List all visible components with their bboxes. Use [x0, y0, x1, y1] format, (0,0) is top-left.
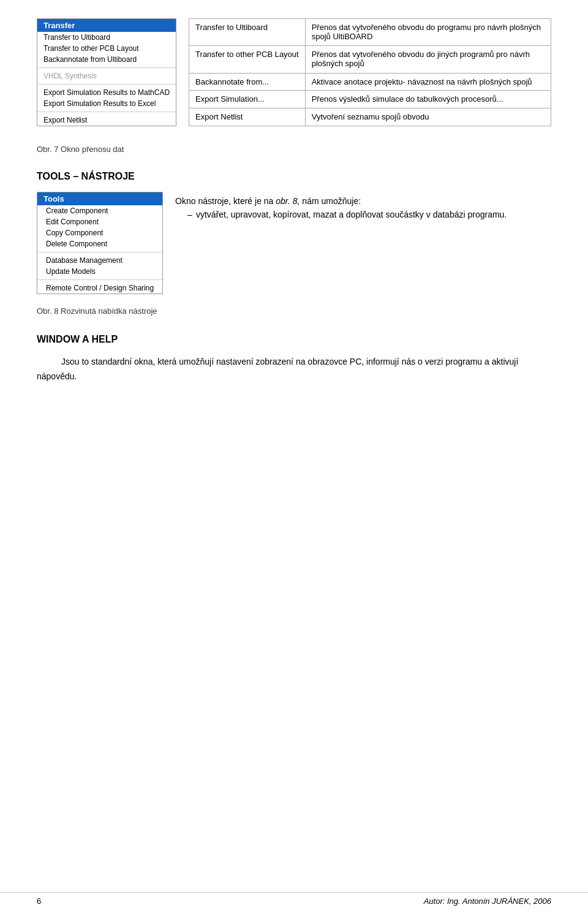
desc-1: Přenos dat vytvořeného obvodu do program…	[305, 19, 551, 46]
tools-item-edit[interactable]: Edit Component	[37, 216, 162, 227]
tools-desc-ref: obr. 8,	[276, 196, 300, 206]
tools-heading: TOOLS – NÁSTROJE	[37, 171, 551, 182]
window-help-section: WINDOW A HELP Jsou to standardní okna, k…	[37, 334, 551, 384]
transfer-divider-1	[37, 67, 176, 68]
term-4: Export Simulation...	[189, 91, 306, 108]
term-3: Backannotate from...	[189, 73, 306, 91]
page-footer: 6 Autor: Ing. Antonín JURÁNEK, 2006	[0, 892, 588, 906]
tools-item-remote[interactable]: Remote Control / Design Sharing	[37, 283, 162, 294]
tools-item-copy[interactable]: Copy Component	[37, 227, 162, 238]
tools-dash-list: vytvářet, upravovat, kopírovat, mazat a …	[187, 208, 551, 221]
desc-3: Aktivace anotace projektu- návaznost na …	[305, 73, 551, 91]
desc-5: Vytvoření seznamu spojů obvodu	[305, 108, 551, 126]
transfer-menu-header: Transfer	[37, 19, 176, 32]
transfer-caption: Obr. 7 Okno přenosu dat	[37, 145, 551, 154]
table-row: Backannotate from... Aktivace anotace pr…	[189, 73, 551, 91]
transfer-item-mathcad[interactable]: Export Simulation Results to MathCAD	[37, 87, 176, 98]
term-1: Transfer to Ultiboard	[189, 19, 306, 46]
table-row: Export Simulation... Přenos výsledků sim…	[189, 91, 551, 108]
tools-dash-item-1: vytvářet, upravovat, kopírovat, mazat a …	[187, 208, 551, 221]
table-row: Transfer to other PCB Layout Přenos dat …	[189, 46, 551, 73]
transfer-section: Transfer Transfer to Ultiboard Transfer …	[37, 18, 551, 126]
tools-desc-suffix: nám umožňuje:	[300, 196, 361, 206]
tools-desc-prefix: Okno nástroje, které je na	[175, 196, 276, 206]
transfer-menu-box: Transfer Transfer to Ultiboard Transfer …	[37, 18, 176, 126]
transfer-item-1[interactable]: Transfer to Ultiboard	[37, 32, 176, 43]
transfer-item-netlist[interactable]: Export Netlist	[37, 115, 176, 126]
tools-item-create[interactable]: Create Component	[37, 205, 162, 216]
tools-divider-2	[37, 279, 162, 280]
tools-item-update[interactable]: Update Models	[37, 266, 162, 277]
tools-section: Tools Create Component Edit Component Co…	[37, 192, 551, 294]
desc-4: Přenos výsledků simulace do tabulkových …	[305, 91, 551, 108]
tools-menu-box: Tools Create Component Edit Component Co…	[37, 192, 163, 294]
desc-2: Přenos dat vytvořeného obvodu do jiných …	[305, 46, 551, 73]
window-help-heading: WINDOW A HELP	[37, 334, 551, 345]
tools-description: Okno nástroje, které je na obr. 8, nám u…	[175, 192, 551, 222]
transfer-item-2[interactable]: Transfer to other PCB Layout	[37, 43, 176, 54]
table-row: Transfer to Ultiboard Přenos dat vytvoře…	[189, 19, 551, 46]
footer-page-number: 6	[37, 897, 41, 906]
tools-divider-1	[37, 252, 162, 252]
transfer-divider-2	[37, 84, 176, 85]
transfer-item-3[interactable]: Backannotate from Ultiboard	[37, 54, 176, 65]
window-help-body: Jsou to standardní okna, která umožňují …	[37, 355, 551, 384]
transfer-description-table: Transfer to Ultiboard Přenos dat vytvoře…	[189, 18, 551, 126]
transfer-item-excel[interactable]: Export Simulation Results to Excel	[37, 98, 176, 109]
tools-caption: Obr. 8 Rozvinutá nabídka nástroje	[37, 306, 551, 316]
term-5: Export Netlist	[189, 108, 306, 126]
table-row: Export Netlist Vytvoření seznamu spojů o…	[189, 108, 551, 126]
tools-menu-header: Tools	[37, 192, 162, 205]
term-2: Transfer to other PCB Layout	[189, 46, 306, 73]
transfer-item-vhdl: VHDL Synthesis	[37, 70, 176, 82]
tools-item-database[interactable]: Database Management	[37, 255, 162, 266]
footer-author: Autor: Ing. Antonín JURÁNEK, 2006	[424, 897, 551, 906]
tools-item-delete[interactable]: Delete Component	[37, 238, 162, 249]
transfer-divider-3	[37, 112, 176, 112]
